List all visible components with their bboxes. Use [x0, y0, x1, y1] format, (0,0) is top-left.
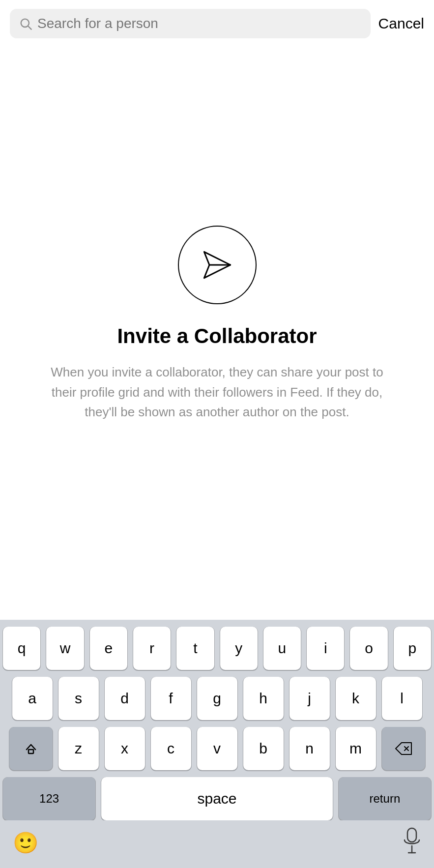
key-a[interactable]: a	[12, 677, 53, 720]
key-m[interactable]: m	[336, 727, 376, 770]
key-c[interactable]: c	[151, 727, 191, 770]
key-q[interactable]: q	[3, 627, 40, 670]
key-b[interactable]: b	[243, 727, 284, 770]
key-w[interactable]: w	[46, 627, 84, 670]
shift-key[interactable]	[9, 727, 53, 770]
search-input-wrapper[interactable]	[10, 9, 371, 38]
send-icon	[198, 245, 237, 285]
emoji-icon[interactable]: 🙂	[13, 831, 38, 855]
key-f[interactable]: f	[151, 677, 191, 720]
key-v[interactable]: v	[197, 727, 237, 770]
key-t[interactable]: t	[176, 627, 214, 670]
keyboard: q w e r t y u i o p a s d f g h j k l z …	[0, 620, 434, 820]
microphone-icon[interactable]	[403, 827, 421, 858]
key-j[interactable]: j	[289, 677, 330, 720]
key-u[interactable]: u	[263, 627, 301, 670]
key-r[interactable]: r	[133, 627, 171, 670]
key-i[interactable]: i	[307, 627, 344, 670]
space-key[interactable]: space	[101, 777, 333, 820]
key-k[interactable]: k	[336, 677, 376, 720]
invite-description: When you invite a collaborator, they can…	[50, 362, 384, 422]
invite-title: Invite a Collaborator	[117, 324, 317, 348]
keyboard-row-2: a s d f g h j k l	[3, 677, 431, 720]
cancel-button[interactable]: Cancel	[378, 13, 424, 34]
key-s[interactable]: s	[58, 677, 99, 720]
key-d[interactable]: d	[105, 677, 145, 720]
search-input[interactable]	[37, 16, 362, 31]
key-e[interactable]: e	[90, 627, 127, 670]
key-y[interactable]: y	[220, 627, 258, 670]
search-icon	[19, 17, 32, 30]
key-g[interactable]: g	[197, 677, 237, 720]
keyboard-row-1: q w e r t y u i o p	[3, 627, 431, 670]
numbers-key[interactable]: 123	[3, 777, 95, 820]
key-z[interactable]: z	[58, 727, 99, 770]
invite-icon-circle	[178, 226, 257, 304]
svg-rect-7	[407, 828, 416, 842]
main-content: Invite a Collaborator When you invite a …	[0, 47, 434, 620]
key-x[interactable]: x	[105, 727, 145, 770]
keyboard-row-4: 123 space return	[3, 777, 431, 820]
search-bar: Cancel	[0, 0, 434, 47]
svg-rect-4	[29, 750, 33, 753]
key-p[interactable]: p	[394, 627, 431, 670]
return-key[interactable]: return	[339, 777, 431, 820]
key-o[interactable]: o	[350, 627, 387, 670]
key-h[interactable]: h	[243, 677, 284, 720]
key-l[interactable]: l	[382, 677, 422, 720]
backspace-key[interactable]	[382, 727, 425, 770]
keyboard-row-3: z x c v b n m	[3, 727, 431, 770]
keyboard-bottom-bar: 🙂	[0, 820, 434, 868]
svg-line-1	[28, 26, 31, 29]
key-n[interactable]: n	[289, 727, 330, 770]
